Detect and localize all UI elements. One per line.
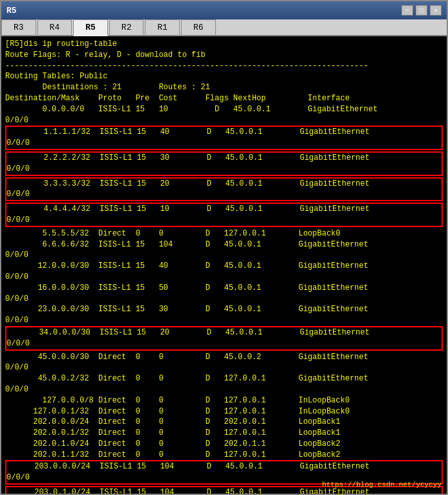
route-continuation: 0/0/0 (5, 272, 443, 283)
route-row-group: 127.0.0.0/8 Direct 0 0 D 127.0.0.1 InLoo… (5, 395, 443, 406)
route-line: 5.5.5.5/32 Direct 0 0 D 127.0.0.1 LoopBa… (5, 228, 443, 239)
route-continuation: 0/0/0 (6, 164, 442, 175)
title-bar: R5 ─ □ ✕ (1, 1, 447, 19)
route-row-group: 127.0.0.1/32 Direct 0 0 D 127.0.0.1 InLo… (5, 406, 443, 417)
route-line: 45.0.0.2/32 Direct 0 0 D 127.0.0.1 Gigab… (5, 373, 443, 384)
route-row-group: 16.0.0.0/30 ISIS-L1 15 50 D 45.0.0.1 Gig… (5, 283, 443, 305)
route-line: 16.0.0.0/30 ISIS-L1 15 50 D 45.0.0.1 Gig… (5, 283, 443, 294)
route-continuation: 0/0/0 (6, 338, 442, 349)
route-row-group: 23.0.0.0/30 ISIS-L1 15 30 D 45.0.0.1 Gig… (5, 304, 443, 326)
route-line: 23.0.0.0/30 ISIS-L1 15 30 D 45.0.0.1 Gig… (5, 304, 443, 315)
route-continuation: 0/0/0 (6, 138, 442, 149)
route-line: 34.0.0.0/30 ISIS-L1 15 20 D 45.0.0.1 Gig… (6, 327, 442, 338)
tab-r3[interactable]: R3 (1, 19, 36, 35)
route-row-group: 12.0.0.0/30 ISIS-L1 15 40 D 45.0.0.1 Gig… (5, 261, 443, 283)
route-continuation: 0/0/0 (5, 362, 443, 373)
terminal-line: [R5]dis ip routing-table (5, 39, 443, 50)
route-continuation: 0/0/0 (5, 384, 443, 395)
route-row-group: 202.0.1.0/24 Direct 0 0 D 202.0.1.1 Loop… (5, 439, 443, 450)
terminal-line: ----------------------------------------… (5, 61, 443, 72)
route-row-group: 4.4.4.4/32 ISIS-L1 15 10 D 45.0.0.1 Giga… (5, 203, 443, 227)
route-row-group: 2.2.2.2/32 ISIS-L1 15 30 D 45.0.0.1 Giga… (5, 151, 443, 176)
window-title: R5 (6, 6, 17, 16)
tab-r1[interactable]: R1 (145, 19, 180, 35)
watermark: https://blog.csdn.net/ycycyy (322, 480, 442, 490)
route-line: 203.0.0.0/24 ISIS-L1 15 104 D 45.0.0.1 G… (6, 461, 442, 472)
route-row-group: 1.1.1.1/32 ISIS-L1 15 40 D 45.0.0.1 Giga… (5, 126, 443, 150)
route-line: 3.3.3.3/32 ISIS-L1 15 20 D 45.0.0.1 Giga… (6, 179, 442, 190)
minimize-button[interactable]: ─ (401, 5, 413, 16)
route-line: 45.0.0.0/30 Direct 0 0 D 45.0.0.2 Gigabi… (5, 352, 443, 363)
route-line: 12.0.0.0/30 ISIS-L1 15 40 D 45.0.0.1 Gig… (5, 261, 443, 272)
route-line: 202.0.0.1/32 Direct 0 0 D 127.0.0.1 Loop… (5, 428, 443, 439)
route-line: 4.4.4.4/32 ISIS-L1 15 10 D 45.0.0.1 Giga… (6, 204, 442, 215)
route-row-group: 34.0.0.0/30 ISIS-L1 15 20 D 45.0.0.1 Gig… (5, 326, 443, 351)
route-line: 202.0.0.0/24 Direct 0 0 D 202.0.0.1 Loop… (5, 417, 443, 428)
route-line: 202.0.1.1/32 Direct 0 0 D 127.0.0.1 Loop… (5, 450, 443, 461)
route-row-group: 6.6.6.6/32 ISIS-L1 15 104 D 45.0.0.1 Gig… (5, 239, 443, 261)
window-controls: ─ □ ✕ (401, 5, 442, 16)
terminal-line: Routing Tables: Public (5, 71, 443, 82)
tab-r2[interactable]: R2 (109, 19, 144, 35)
route-continuation: 0/0/0 (5, 315, 443, 326)
terminal-output[interactable]: [R5]dis ip routing-tableRoute Flags: R -… (1, 36, 447, 494)
route-line: 1.1.1.1/32 ISIS-L1 15 40 D 45.0.0.1 Giga… (6, 127, 442, 138)
route-line: 2.2.2.2/32 ISIS-L1 15 30 D 45.0.0.1 Giga… (6, 153, 442, 164)
terminal-line: Destination/Mask Proto Pre Cost Flags Ne… (5, 93, 443, 104)
tab-r6[interactable]: R6 (181, 19, 216, 35)
terminal-line: Destinations : 21 Routes : 21 (5, 82, 443, 93)
terminal-line: 0/0/0 (5, 115, 443, 126)
route-row-group: 202.0.1.1/32 Direct 0 0 D 127.0.0.1 Loop… (5, 450, 443, 461)
route-row-group: 202.0.0.0/24 Direct 0 0 D 202.0.0.1 Loop… (5, 417, 443, 428)
close-button[interactable]: ✕ (430, 5, 442, 16)
route-line: 127.0.0.1/32 Direct 0 0 D 127.0.0.1 InLo… (5, 406, 443, 417)
main-window: R5 ─ □ ✕ R3R4R5R2R1R6 [R5]dis ip routing… (0, 0, 448, 495)
route-row-group: 3.3.3.3/32 ISIS-L1 15 20 D 45.0.0.1 Giga… (5, 177, 443, 202)
route-row-group: 5.5.5.5/32 Direct 0 0 D 127.0.0.1 LoopBa… (5, 228, 443, 239)
route-row-group: 45.0.0.0/30 Direct 0 0 D 45.0.0.2 Gigabi… (5, 352, 443, 374)
tab-bar: R3R4R5R2R1R6 (1, 19, 447, 36)
maximize-button[interactable]: □ (416, 5, 427, 16)
route-line: 127.0.0.0/8 Direct 0 0 D 127.0.0.1 InLoo… (5, 395, 443, 406)
route-continuation: 0/0/0 (6, 215, 442, 226)
tab-r4[interactable]: R4 (37, 19, 72, 35)
route-continuation: 0/0/0 (6, 189, 442, 200)
route-line: 202.0.1.0/24 Direct 0 0 D 202.0.1.1 Loop… (5, 439, 443, 450)
route-row-group: 202.0.0.1/32 Direct 0 0 D 127.0.0.1 Loop… (5, 428, 443, 439)
route-row-group: 45.0.0.2/32 Direct 0 0 D 127.0.0.1 Gigab… (5, 373, 443, 395)
route-continuation: 0/0/0 (5, 294, 443, 305)
tab-r5[interactable]: R5 (73, 19, 108, 36)
terminal-line: 0.0.0.0/0 ISIS-L1 15 10 D 45.0.0.1 Gigab… (5, 104, 443, 115)
terminal-line: Route Flags: R - relay, D - download to … (5, 50, 443, 61)
route-line: 6.6.6.6/32 ISIS-L1 15 104 D 45.0.0.1 Gig… (5, 239, 443, 250)
route-continuation: 0/0/0 (5, 250, 443, 261)
